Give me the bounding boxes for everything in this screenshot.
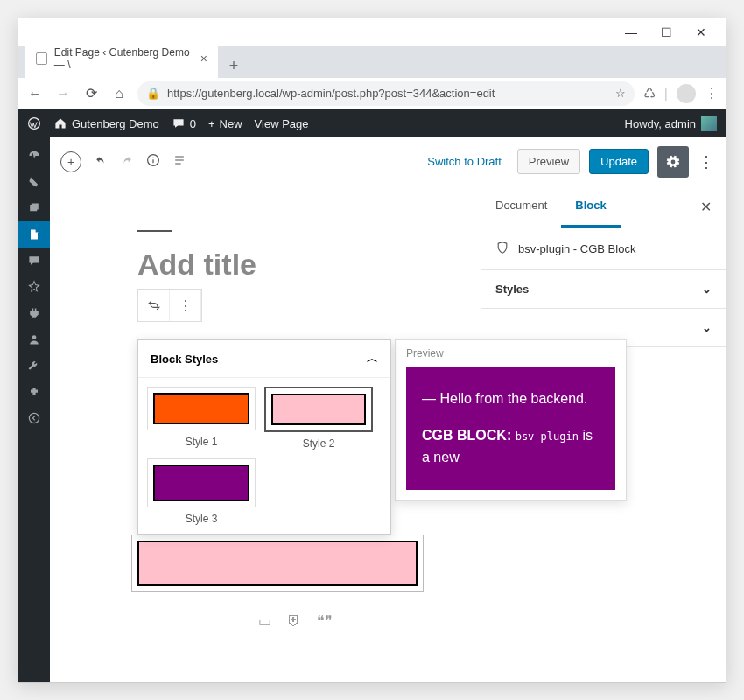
- update-button[interactable]: Update: [589, 149, 649, 174]
- sidebar-panel-styles[interactable]: Styles ⌄: [481, 270, 726, 309]
- browser-toolbar: ← → ⟳ ⌂ 🔒 https://gutenberg.local/wp-adm…: [18, 78, 726, 109]
- browser-right-icons: ♺ | ⋮: [643, 84, 719, 103]
- new-content-link[interactable]: + New: [208, 117, 242, 130]
- chevron-up-icon: ︿: [367, 351, 378, 367]
- menu-users[interactable]: [18, 326, 50, 353]
- svg-point-1: [29, 413, 39, 423]
- view-page-link[interactable]: View Page: [255, 117, 309, 130]
- menu-appearance[interactable]: [18, 274, 50, 300]
- redo-button[interactable]: [120, 153, 134, 171]
- chevron-down-icon: ⌄: [702, 283, 712, 296]
- tab-title: Edit Page ‹ Gutenberg Demo — \: [54, 46, 193, 71]
- preview-label: Preview: [396, 340, 626, 367]
- content-row: + Switch to Draft Preview Update ⋮ Add t…: [18, 137, 726, 682]
- sidebar-tabs: Document Block ✕: [481, 186, 726, 228]
- preview-block-content: — Hello from the backend. CGB BLOCK: bsv…: [406, 367, 615, 490]
- selected-block[interactable]: [137, 541, 418, 586]
- tab-block[interactable]: Block: [561, 186, 620, 228]
- sidebar-block-header: bsv-plugin - CGB Block: [481, 228, 726, 270]
- home-icon: [53, 116, 67, 130]
- wp-admin-bar: Gutenberg Demo 0 + New View Page Howdy, …: [18, 109, 726, 137]
- window-close-button[interactable]: ✕: [684, 20, 719, 45]
- browser-tab[interactable]: Edit Page ‹ Gutenberg Demo — \ ×: [25, 39, 218, 78]
- menu-media[interactable]: [18, 195, 50, 221]
- switch-to-draft-link[interactable]: Switch to Draft: [427, 155, 502, 168]
- editor-canvas[interactable]: Add title ⋮ Block Styles ︿: [50, 186, 481, 682]
- style-option-2[interactable]: Style 2: [264, 387, 373, 450]
- info-button[interactable]: [146, 153, 160, 171]
- menu-settings[interactable]: [18, 379, 50, 405]
- tab-favicon: [36, 52, 47, 65]
- site-name-link[interactable]: Gutenberg Demo: [53, 116, 159, 130]
- sidebar-close-button[interactable]: ✕: [686, 186, 726, 228]
- quote-block-icon[interactable]: ❝❞: [317, 612, 333, 629]
- shield-block-icon[interactable]: ⛨: [287, 612, 301, 629]
- menu-comments[interactable]: [18, 248, 50, 274]
- home-button[interactable]: ⌂: [109, 86, 129, 102]
- reload-button[interactable]: ⟳: [81, 85, 101, 102]
- menu-tools[interactable]: [18, 353, 50, 379]
- block-toolbar: ⋮: [137, 289, 202, 322]
- profile-avatar[interactable]: [677, 84, 696, 103]
- browser-tabs-row: Edit Page ‹ Gutenberg Demo — \ × +: [18, 46, 726, 78]
- back-button[interactable]: ←: [25, 86, 45, 102]
- url-text: https://gutenberg.local/wp-admin/post.ph…: [167, 87, 608, 100]
- block-styles-popover: Block Styles ︿ Style 1 Style 2: [137, 340, 391, 535]
- style-option-3[interactable]: Style 3: [147, 458, 256, 525]
- forward-button[interactable]: →: [53, 86, 73, 102]
- wp-admin-menu: [18, 137, 50, 682]
- undo-button[interactable]: [94, 153, 108, 171]
- howdy-user[interactable]: Howdy, admin: [625, 116, 717, 131]
- user-avatar: [701, 116, 717, 131]
- browser-window: — ☐ ✕ Edit Page ‹ Gutenberg Demo — \ × +…: [18, 18, 726, 682]
- plus-icon: +: [208, 117, 215, 130]
- wp-logo[interactable]: [27, 116, 41, 130]
- style-option-1[interactable]: Style 1: [147, 387, 256, 450]
- new-tab-button[interactable]: +: [221, 53, 246, 78]
- window-maximize-button[interactable]: ☐: [649, 20, 684, 45]
- window-minimize-button[interactable]: —: [614, 20, 649, 45]
- image-block-icon[interactable]: ▭: [258, 612, 271, 629]
- comments-link[interactable]: 0: [172, 116, 196, 130]
- editor-body: Add title ⋮ Block Styles ︿: [50, 186, 726, 682]
- outline-button[interactable]: [172, 153, 186, 171]
- extension-icon[interactable]: ♺: [643, 85, 656, 102]
- browser-menu-icon[interactable]: ⋮: [705, 85, 719, 102]
- tab-close-icon[interactable]: ×: [200, 52, 207, 66]
- block-styles-heading[interactable]: Block Styles ︿: [138, 340, 390, 378]
- shield-icon: [495, 241, 509, 257]
- block-appender-icons: ▭ ⛨ ❝❞: [137, 612, 418, 629]
- lock-icon: 🔒: [146, 87, 160, 100]
- more-options-button[interactable]: ⋮: [698, 152, 715, 172]
- gutenberg-editor: + Switch to Draft Preview Update ⋮ Add t…: [50, 137, 726, 682]
- menu-posts[interactable]: [18, 169, 50, 195]
- style-preview-popover: Preview — Hello from the backend. CGB BL…: [395, 340, 627, 501]
- editor-top-toolbar: + Switch to Draft Preview Update ⋮: [50, 137, 726, 186]
- add-block-button[interactable]: +: [60, 151, 81, 172]
- settings-gear-button[interactable]: [657, 146, 689, 178]
- preview-button[interactable]: Preview: [517, 149, 580, 174]
- block-more-button[interactable]: ⋮: [170, 290, 201, 321]
- menu-collapse[interactable]: [18, 405, 50, 431]
- tab-document[interactable]: Document: [481, 186, 561, 228]
- post-title-input[interactable]: Add title: [137, 230, 463, 282]
- address-bar[interactable]: 🔒 https://gutenberg.local/wp-admin/post.…: [137, 81, 635, 106]
- menu-pages[interactable]: [18, 221, 50, 248]
- menu-plugins[interactable]: [18, 300, 50, 326]
- menu-dashboard[interactable]: [18, 143, 50, 169]
- star-icon[interactable]: ☆: [615, 87, 626, 100]
- chevron-down-icon: ⌄: [702, 321, 712, 334]
- comment-icon: [172, 116, 186, 130]
- transform-block-button[interactable]: [138, 290, 170, 321]
